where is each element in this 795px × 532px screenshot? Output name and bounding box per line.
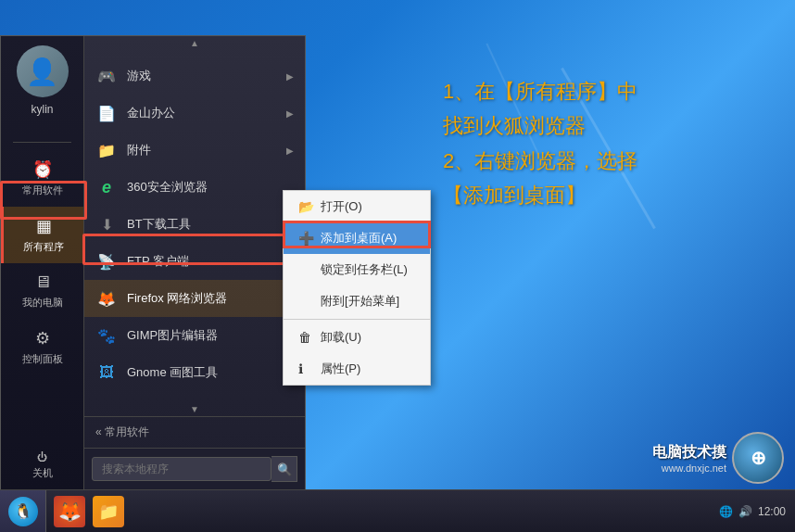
ctx-properties-icon: ℹ bbox=[298, 361, 313, 376]
control-panel-icon: ⚙ bbox=[35, 328, 50, 348]
shutdown-button[interactable]: ⏻ 关机 bbox=[1, 442, 83, 489]
instruction-panel: 1、在【所有程序】中 找到火狐浏览器 2、右键浏览器，选择 【添加到桌面】 bbox=[443, 74, 758, 213]
scroll-down-button[interactable]: ▼ bbox=[84, 402, 305, 416]
ctx-add-icon: ➕ bbox=[298, 231, 313, 246]
scroll-up-button[interactable]: ▲ bbox=[84, 36, 305, 50]
accessories-label: 附件 bbox=[127, 142, 151, 158]
taskbar-apps: 🦊 📁 bbox=[46, 496, 132, 527]
gimp-label: GIMP图片编辑器 bbox=[127, 327, 218, 344]
ctx-pin-taskbar[interactable]: 锁定到任务栏(L) bbox=[284, 254, 430, 285]
ctx-add-label: 添加到桌面(A) bbox=[321, 230, 397, 247]
sidebar-divider-1 bbox=[13, 142, 70, 143]
firefox-label: Firefox 网络浏览器 bbox=[127, 290, 227, 307]
sidebar-item-common[interactable]: ⏰ 常用软件 bbox=[1, 150, 83, 207]
ctx-divider bbox=[284, 319, 430, 320]
start-button[interactable]: 🐧 bbox=[0, 490, 46, 533]
ctx-open-icon: 📂 bbox=[298, 199, 313, 214]
my-computer-label: 我的电脑 bbox=[22, 296, 63, 310]
gnome-paint-label: Gnome 画图工具 bbox=[127, 364, 218, 381]
wps-label: 金山办公 bbox=[127, 105, 175, 121]
back-label: « 常用软件 bbox=[95, 425, 149, 438]
ctx-uninstall[interactable]: 🗑 卸载(U) bbox=[284, 322, 430, 353]
taskbar-firefox[interactable]: 🦊 bbox=[54, 496, 85, 527]
firefox-icon: 🦊 bbox=[95, 287, 118, 310]
watermark-site: 电脑技术摸 bbox=[652, 443, 726, 462]
ctx-add-to-desktop[interactable]: ➕ 添加到桌面(A) bbox=[284, 222, 430, 254]
ftp-icon: 📡 bbox=[95, 250, 118, 272]
accessories-arrow: ▶ bbox=[286, 146, 294, 156]
menu-item-bt[interactable]: ⬇ BT下载工具 bbox=[84, 206, 305, 243]
back-to-common[interactable]: « 常用软件 bbox=[84, 416, 305, 448]
menu-item-qt[interactable]: 🔷 Qt Creator bbox=[84, 391, 305, 402]
context-menu: 📂 打开(O) ➕ 添加到桌面(A) 锁定到任务栏(L) 附到[开始菜单] 🗑 … bbox=[283, 190, 431, 386]
gimp-icon: 🐾 bbox=[95, 324, 118, 347]
ctx-pin-label: 锁定到任务栏(L) bbox=[321, 261, 408, 278]
instruction-line1: 1、在【所有程序】中 bbox=[443, 74, 758, 108]
user-avatar: 👤 bbox=[17, 45, 69, 97]
power-icon: ⏻ bbox=[37, 451, 47, 462]
menu-item-ftp[interactable]: 📡 FTP 客户端 bbox=[84, 243, 305, 280]
menu-item-360browser[interactable]: e 360安全浏览器 bbox=[84, 169, 305, 206]
instruction-line2: 找到火狐浏览器 bbox=[443, 108, 758, 143]
all-programs-label: 所有程序 bbox=[23, 240, 64, 254]
taskbar-files[interactable]: 📁 bbox=[93, 496, 124, 527]
clock: 12:00 bbox=[758, 505, 786, 518]
menu-item-gimp[interactable]: 🐾 GIMP图片编辑器 bbox=[84, 317, 305, 354]
menu-item-games[interactable]: 🎮 游戏 ▶ bbox=[84, 57, 305, 95]
gnome-paint-icon: 🖼 bbox=[95, 361, 118, 384]
bt-label: BT下载工具 bbox=[127, 216, 191, 233]
instruction-line4: 【添加到桌面】 bbox=[443, 178, 758, 212]
bt-icon: ⬇ bbox=[95, 213, 118, 235]
volume-icon: 🔊 bbox=[738, 505, 752, 518]
network-icon: 🌐 bbox=[719, 505, 733, 518]
shutdown-label: 关机 bbox=[32, 466, 53, 480]
control-panel-label: 控制面板 bbox=[22, 352, 63, 366]
my-computer-icon: 🖥 bbox=[34, 272, 51, 292]
ctx-pin-start[interactable]: 附到[开始菜单] bbox=[284, 285, 430, 317]
kylin-logo: 🐧 bbox=[8, 497, 38, 526]
search-input[interactable] bbox=[92, 457, 271, 481]
wps-icon: 📄 bbox=[95, 102, 118, 124]
360browser-icon: e bbox=[95, 176, 118, 198]
games-icon: 🎮 bbox=[95, 65, 118, 87]
accessories-icon: 📁 bbox=[95, 139, 118, 161]
common-software-label: 常用软件 bbox=[22, 184, 63, 197]
menu-item-wps[interactable]: 📄 金山办公 ▶ bbox=[84, 95, 305, 132]
ctx-open[interactable]: 📂 打开(O) bbox=[284, 191, 430, 222]
taskbar: 🐧 🦊 📁 🌐 🔊 12:00 bbox=[0, 489, 795, 532]
watermark-logo: ⊕ bbox=[732, 432, 784, 484]
start-menu-main: ▲ 🎮 游戏 ▶ 📄 金山办公 ▶ 📁 附件 ▶ e 360安全浏览器 bbox=[84, 36, 305, 489]
start-menu: 👤 kylin ⏰ 常用软件 ▦ 所有程序 🖥 我的电脑 ⚙ 控制面板 ⏻ 关机… bbox=[0, 35, 306, 489]
taskbar-tray: 🌐 🔊 12:00 bbox=[719, 505, 795, 518]
search-button[interactable]: 🔍 bbox=[271, 456, 297, 482]
ctx-open-label: 打开(O) bbox=[321, 198, 362, 215]
watermark-url: www.dnxjc.net bbox=[652, 462, 726, 474]
ctx-uninstall-label: 卸载(U) bbox=[321, 329, 361, 346]
ctx-properties-label: 属性(P) bbox=[321, 361, 360, 377]
common-software-icon: ⏰ bbox=[32, 159, 53, 180]
sidebar-item-all-programs[interactable]: ▦ 所有程序 bbox=[1, 207, 83, 263]
search-bar: 🔍 bbox=[84, 448, 305, 489]
ctx-start-label: 附到[开始菜单] bbox=[321, 293, 399, 310]
user-name: kylin bbox=[31, 103, 53, 116]
sidebar-item-my-computer[interactable]: 🖥 我的电脑 bbox=[1, 263, 83, 319]
games-arrow: ▶ bbox=[286, 71, 294, 82]
360browser-label: 360安全浏览器 bbox=[127, 179, 208, 196]
all-programs-icon: ▦ bbox=[36, 216, 52, 236]
games-label: 游戏 bbox=[127, 68, 151, 84]
sidebar-item-control-panel[interactable]: ⚙ 控制面板 bbox=[1, 319, 83, 375]
ctx-properties[interactable]: ℹ 属性(P) bbox=[284, 353, 430, 385]
instruction-line3: 2、右键浏览器，选择 bbox=[443, 144, 758, 178]
wps-arrow: ▶ bbox=[286, 108, 294, 119]
ftp-label: FTP 客户端 bbox=[127, 253, 189, 270]
menu-item-gnome-paint[interactable]: 🖼 Gnome 画图工具 bbox=[84, 354, 305, 391]
menu-item-accessories[interactable]: 📁 附件 ▶ bbox=[84, 132, 305, 169]
ctx-uninstall-icon: 🗑 bbox=[298, 330, 313, 345]
menu-list: 🎮 游戏 ▶ 📄 金山办公 ▶ 📁 附件 ▶ e 360安全浏览器 ⬇ BT下载… bbox=[84, 50, 305, 402]
start-menu-sidebar: 👤 kylin ⏰ 常用软件 ▦ 所有程序 🖥 我的电脑 ⚙ 控制面板 ⏻ 关机 bbox=[1, 36, 84, 489]
menu-item-firefox[interactable]: 🦊 Firefox 网络浏览器 ▶ bbox=[84, 280, 305, 317]
watermark: 电脑技术摸 www.dnxjc.net ⊕ bbox=[652, 432, 784, 484]
